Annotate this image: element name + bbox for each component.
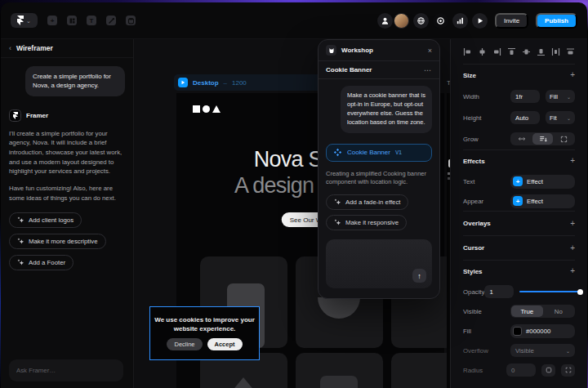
site-settings-button[interactable] [413, 13, 429, 29]
submit-arrow-button[interactable]: ↑ [412, 269, 426, 283]
person-icon [381, 16, 390, 25]
analytics-button[interactable] [452, 13, 468, 29]
suggestion-add-footer[interactable]: Add a Footer [9, 255, 74, 270]
layout-icon [69, 17, 76, 25]
distribute-horizontal-icon[interactable] [551, 47, 560, 56]
inspector-panel: Size + Width 1fr Fill ⌄ Height [450, 39, 587, 388]
width-mode-select[interactable]: Fill ⌄ [546, 90, 575, 103]
height-label: Height [463, 114, 482, 122]
arrows-horizontal-icon [518, 136, 526, 142]
visible-label: Visible [463, 308, 482, 315]
user-avatar[interactable] [394, 13, 409, 29]
bar-chart-icon [456, 16, 465, 25]
align-right-icon[interactable] [492, 47, 501, 56]
color-swatch[interactable] [513, 327, 522, 336]
framer-menu-button[interactable]: ⌄ [11, 13, 38, 28]
breakpoint-play-icon[interactable] [178, 78, 188, 87]
wireframer-header[interactable]: ‹ Wireframer [1, 39, 133, 58]
scale-icon [560, 136, 568, 143]
assistant-paragraph: I'll create a simple portfolio for your … [9, 129, 125, 176]
visible-no-option[interactable]: No [543, 305, 575, 317]
corner-uniform-icon [546, 367, 552, 373]
align-left-icon[interactable] [463, 47, 472, 56]
more-menu-icon[interactable]: ⋯ [424, 66, 432, 74]
placeholder-shape [223, 377, 264, 388]
radius-input[interactable]: 0 [506, 363, 536, 377]
alignment-toolbar [451, 39, 587, 64]
component-chip-cookie-banner[interactable]: Cookie Banner V1 [326, 144, 432, 162]
text-tool-button[interactable]: T [87, 16, 96, 25]
grow-segmented-control [510, 132, 575, 145]
plus-icon[interactable]: + [570, 71, 575, 79]
visible-segmented-control: True No [510, 305, 575, 318]
plus-icon[interactable]: + [570, 157, 575, 165]
cms-tool-button[interactable] [126, 16, 136, 25]
effects-section: Effects + Text + Effect Appear [451, 150, 587, 211]
width-label: Width [463, 93, 479, 100]
visible-true-option[interactable]: True [511, 305, 543, 317]
plus-icon[interactable]: + [570, 244, 575, 252]
workshop-header: Workshop × [318, 40, 439, 61]
grow-label: Grow [463, 136, 479, 143]
plus-icon[interactable]: + [570, 267, 575, 275]
ask-framer-input[interactable] [9, 359, 123, 381]
effects-title: Effects [463, 158, 485, 165]
align-center-horizontal-icon[interactable] [478, 47, 487, 56]
align-center-vertical-icon[interactable] [522, 47, 531, 56]
target-button[interactable] [433, 13, 448, 29]
slider-knob[interactable] [577, 289, 583, 295]
width-input[interactable]: 1fr [510, 90, 540, 103]
height-input[interactable]: Auto [510, 111, 540, 124]
workshop-prompt-input[interactable]: ↑ [326, 239, 432, 288]
collaborator-button[interactable] [377, 13, 393, 29]
overlays-title: Overlays [463, 220, 491, 227]
suggestion-fade-in[interactable]: Add a fade-in effect [326, 194, 408, 210]
slider-track [519, 291, 580, 292]
preview-button[interactable] [472, 13, 488, 29]
fill-color-control[interactable]: #000000 [510, 324, 575, 338]
portfolio-card[interactable] [391, 353, 450, 388]
plus-icon[interactable]: + [570, 220, 575, 228]
framer-assistant-icon [9, 109, 21, 122]
breakpoint-name: Desktop [193, 79, 219, 87]
user-message-bubble: Create a simple portfolio for Nova, a de… [25, 66, 125, 96]
grow-horizontal-option[interactable] [511, 133, 532, 145]
workshop-status-text: Creating a simplified Cooking banner com… [326, 170, 432, 188]
portfolio-card[interactable] [296, 353, 383, 388]
radius-individual-button[interactable] [561, 364, 575, 377]
justify-icon[interactable] [566, 47, 575, 56]
back-chevron-icon[interactable]: ‹ [9, 44, 11, 52]
cursor-section: Cursor + [451, 236, 587, 260]
suggestion-add-client-logos[interactable]: Add client logos [9, 212, 82, 228]
workshop-panel: Workshop × Cookie Banner ⋯ Make a cookie… [318, 39, 440, 299]
layout-tool-button[interactable] [67, 16, 77, 25]
cookie-banner-element-selected[interactable]: We use cookies to improve your website e… [150, 307, 259, 359]
suggestion-responsive[interactable]: Make it responsive [326, 215, 407, 230]
height-mode-select[interactable]: Fit ⌄ [546, 111, 575, 124]
chevron-down-icon: ⌄ [26, 18, 31, 24]
radius-uniform-button[interactable] [541, 364, 555, 377]
opacity-slider[interactable] [519, 285, 584, 298]
align-bottom-icon[interactable] [537, 47, 546, 56]
site-logo-shapes[interactable] [193, 105, 220, 113]
suggestion-make-descriptive[interactable]: Make it more descriptive [9, 234, 106, 249]
align-top-icon[interactable] [507, 47, 516, 56]
publish-button[interactable]: Publish [536, 13, 577, 29]
invite-button[interactable]: Invite [495, 13, 528, 29]
cookie-decline-button[interactable]: Decline [167, 338, 202, 350]
insert-tool-button[interactable]: + [47, 16, 57, 25]
overflow-select[interactable]: Visible ⌄ [510, 344, 575, 357]
close-icon[interactable]: × [428, 47, 432, 55]
placeholder-shape [320, 376, 358, 388]
fill-hex-value: #000000 [526, 328, 550, 335]
grow-scale-option[interactable] [553, 133, 574, 145]
workshop-title: Workshop [341, 47, 373, 54]
grow-stack-option-selected[interactable] [532, 133, 554, 145]
cookie-accept-button[interactable]: Accept [207, 338, 243, 350]
assistant-name: Framer [26, 112, 48, 119]
opacity-input[interactable]: 1 [484, 285, 514, 298]
appear-effect-button[interactable]: + Effect [510, 194, 575, 208]
text-effect-button[interactable]: + Effect [510, 175, 575, 189]
globe-icon [416, 16, 425, 25]
draw-tool-button[interactable] [106, 16, 116, 25]
